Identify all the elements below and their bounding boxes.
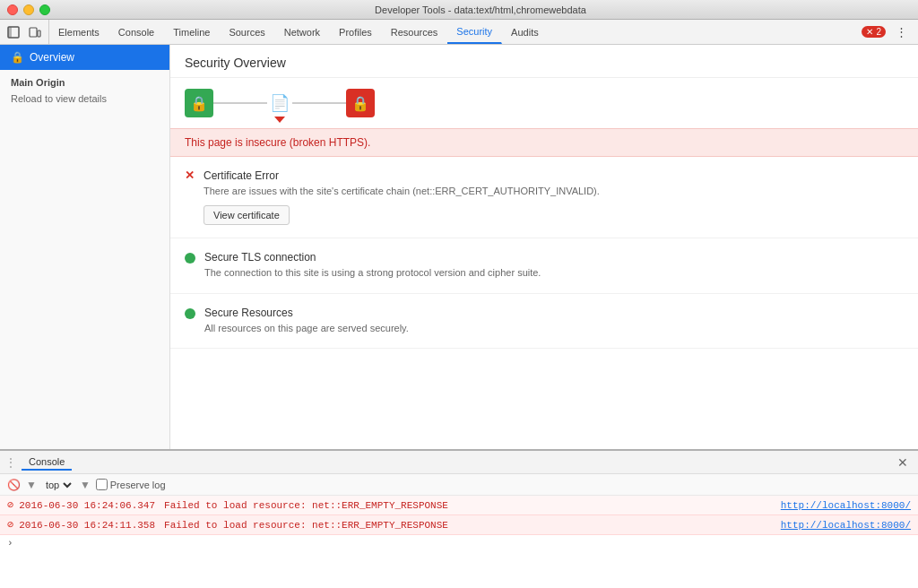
error-url-2[interactable]: http://localhost:8000/ (781, 520, 911, 531)
tls-content: Secure TLS connection The connection to … (204, 251, 541, 280)
error-badge: ✕ 2 (862, 26, 886, 38)
connector-line-right (292, 102, 346, 104)
error-url-1[interactable]: http://localhost:8000/ (781, 500, 911, 511)
maximize-button[interactable] (39, 4, 50, 15)
security-item-tls: Secure TLS connection The connection to … (170, 238, 918, 293)
error-icon-1: ⊘ (7, 498, 13, 512)
main-area: 🔒 Overview Main Origin Reload to view de… (0, 45, 918, 449)
prompt-symbol: › (7, 538, 13, 549)
log-level-select[interactable]: top (42, 479, 74, 491)
document-icon: 📄 (267, 91, 292, 116)
resources-title: Secure Resources (204, 307, 409, 319)
tls-ok-dot (185, 253, 195, 264)
close-button[interactable] (7, 4, 18, 15)
error-message-2: Failed to load resource: net::ERR_EMPTY_… (164, 520, 448, 531)
error-timestamp-1: 2016-06-30 16:24:06.347 (19, 500, 155, 511)
dock-icon[interactable] (4, 22, 23, 42)
devtools-toolbar: Elements Console Timeline Sources Networ… (0, 20, 918, 45)
error-x-icon: ✕ (866, 27, 873, 37)
console-tab-label[interactable]: Console (22, 454, 72, 471)
error-timestamp-2: 2016-06-30 16:24:11.358 (19, 520, 155, 531)
toolbar-left-icons (0, 20, 49, 44)
resources-content: Secure Resources All resources on this p… (204, 307, 409, 335)
security-item-cert-error: ✕ Certificate Error There are issues wit… (170, 157, 918, 238)
lock-icon: 🔒 (11, 51, 24, 64)
tab-console[interactable]: Console (109, 20, 164, 44)
error-x-marker: ✕ (185, 169, 195, 182)
minimize-button[interactable] (23, 4, 34, 15)
console-error-row-2: ⊘ 2016-06-30 16:24:11.358 Failed to load… (0, 515, 918, 535)
secure-lock-icon: 🔒 (185, 89, 213, 117)
tls-desc: The connection to this site is using a s… (204, 266, 541, 280)
window-title: Developer Tools - data:text/html,chromew… (50, 4, 911, 15)
tab-security[interactable]: Security (447, 20, 502, 44)
devtools-tabs: Elements Console Timeline Sources Networ… (49, 20, 854, 44)
tab-audits[interactable]: Audits (502, 20, 549, 44)
view-certificate-button[interactable]: View certificate (204, 205, 290, 225)
tab-network[interactable]: Network (275, 20, 330, 44)
error-count: 2 (876, 27, 881, 37)
sidebar-reload-hint: Reload to view details (0, 90, 169, 108)
insecure-message: This page is insecure (broken HTTPS). (185, 136, 370, 149)
sidebar-main-origin-label: Main Origin (0, 70, 169, 90)
svg-rect-3 (38, 30, 40, 37)
cert-error-desc: There are issues with the site's certifi… (204, 185, 600, 198)
tab-elements[interactable]: Elements (49, 20, 109, 44)
svg-rect-2 (30, 28, 37, 37)
drag-handle: ⋮ (5, 456, 16, 469)
tab-timeline[interactable]: Timeline (164, 20, 220, 44)
responsive-icon[interactable] (25, 22, 45, 42)
security-icons-row: 🔒 📄 🔒 (170, 78, 918, 128)
resources-desc: All resources on this page are served se… (204, 322, 409, 335)
svg-rect-1 (8, 27, 12, 38)
window-chrome: Developer Tools - data:text/html,chromew… (0, 0, 918, 20)
more-options-button[interactable]: ⋮ (891, 22, 911, 42)
toolbar-right: ✕ 2 ⋮ (854, 20, 918, 44)
tab-resources[interactable]: Resources (382, 20, 448, 44)
connector-line-left (213, 102, 267, 104)
traffic-lights (7, 4, 50, 15)
console-prompt-row: › (0, 535, 918, 551)
cert-error-content: Certificate Error There are issues with … (204, 169, 600, 225)
security-item-resources: Secure Resources All resources on this p… (170, 294, 918, 349)
filter-dropdown-arrow[interactable]: ▼ (80, 479, 91, 491)
console-toolbar-right: ✕ (893, 453, 913, 472)
error-icon-2: ⊘ (7, 518, 13, 532)
sidebar-item-overview[interactable]: 🔒 Overview (0, 45, 169, 70)
tls-title: Secure TLS connection (204, 251, 541, 264)
resources-ok-dot (185, 308, 195, 319)
error-message-1: Failed to load resource: net::ERR_EMPTY_… (164, 500, 448, 511)
filter-icon[interactable]: ▼ (26, 479, 37, 491)
console-filter-area: 🚫 ▼ top ▼ Preserve log (0, 474, 918, 496)
security-panel: Security Overview 🔒 📄 🔒 This page is ins… (170, 45, 918, 449)
preserve-log-checkbox[interactable] (96, 479, 108, 490)
console-error-row-1: ⊘ 2016-06-30 16:24:06.347 Failed to load… (0, 496, 918, 515)
tab-sources[interactable]: Sources (220, 20, 274, 44)
no-filter-icon[interactable]: 🚫 (7, 479, 21, 491)
tab-profiles[interactable]: Profiles (330, 20, 382, 44)
console-toolbar: ⋮ Console ✕ (0, 451, 918, 474)
console-close-button[interactable]: ✕ (893, 453, 913, 472)
sidebar: 🔒 Overview Main Origin Reload to view de… (0, 45, 170, 449)
console-panel: ⋮ Console ✕ 🚫 ▼ top ▼ Preserve log ⊘ 201… (0, 449, 918, 588)
overview-label: Overview (30, 51, 74, 64)
console-content: ⊘ 2016-06-30 16:24:06.347 Failed to load… (0, 496, 918, 588)
security-overview-title: Security Overview (170, 45, 918, 78)
insecure-lock-icon: 🔒 (346, 89, 375, 117)
insecure-banner: This page is insecure (broken HTTPS). (170, 128, 918, 157)
preserve-log-label: Preserve log (96, 479, 166, 490)
cert-error-title: Certificate Error (204, 169, 600, 182)
